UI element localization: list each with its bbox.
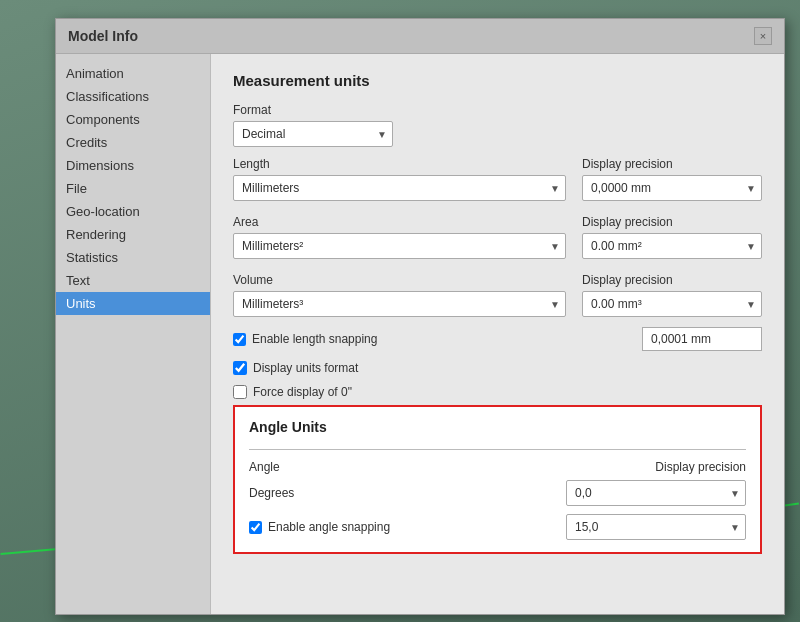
display-units-format-row: Display units format — [233, 361, 762, 375]
length-label: Length — [233, 157, 566, 171]
angle-snapping-select[interactable]: 1,0 5,0 10,0 15,0 30,0 45,0 — [566, 514, 746, 540]
sidebar-item-rendering[interactable]: Rendering — [56, 223, 210, 246]
length-select-wrapper: Millimeters Centimeters Meters Inches Fe… — [233, 175, 566, 201]
volume-select-wrapper: Millimeters³ Centimeters³ Meters³ ▼ — [233, 291, 566, 317]
dialog-titlebar: Model Info × — [56, 19, 784, 54]
angle-snapping-select-wrapper: 1,0 5,0 10,0 15,0 30,0 45,0 ▼ — [566, 514, 746, 540]
sidebar-item-dimensions[interactable]: Dimensions — [56, 154, 210, 177]
area-precision-select-wrapper: 0 mm² 0.0 mm² 0.00 mm² ▼ — [582, 233, 762, 259]
area-select-wrapper: Millimeters² Centimeters² Meters² ▼ — [233, 233, 566, 259]
sidebar-item-classifications[interactable]: Classifications — [56, 85, 210, 108]
format-select-wrapper: Decimal Architectural Engineering Fracti… — [233, 121, 393, 147]
sidebar-item-animation[interactable]: Animation — [56, 62, 210, 85]
volume-select[interactable]: Millimeters³ Centimeters³ Meters³ — [233, 291, 566, 317]
angle-precision-select-wrapper: 0,0 0,00 0,000 0,0000 ▼ — [566, 480, 746, 506]
angle-precision-col-label: Display precision — [655, 460, 746, 474]
area-col: Area Millimeters² Centimeters² Meters² ▼ — [233, 205, 566, 259]
angle-precision-select[interactable]: 0,0 0,00 0,000 0,0000 — [566, 480, 746, 506]
angle-value-text: Degrees — [249, 486, 294, 500]
angle-value-row: Degrees 0,0 0,00 0,000 0,0000 ▼ — [249, 480, 746, 506]
section-title: Measurement units — [233, 72, 762, 89]
length-precision-select[interactable]: 0 mm 0,0 mm 0,00 mm 0,000 mm 0,0000 mm — [582, 175, 762, 201]
angle-snapping-row: Enable angle snapping 1,0 5,0 10,0 15,0 … — [249, 514, 746, 540]
length-snapping-value: 0,0001 mm — [642, 327, 762, 351]
display-units-format-label: Display units format — [253, 361, 358, 375]
length-precision-col: Display precision 0 mm 0,0 mm 0,00 mm 0,… — [582, 147, 762, 201]
angle-section-title: Angle Units — [249, 419, 746, 435]
length-select[interactable]: Millimeters Centimeters Meters Inches Fe… — [233, 175, 566, 201]
sidebar: Animation Classifications Components Cre… — [56, 54, 211, 614]
volume-display-precision-label: Display precision — [582, 273, 762, 287]
sidebar-item-statistics[interactable]: Statistics — [56, 246, 210, 269]
length-col: Length Millimeters Centimeters Meters In… — [233, 147, 566, 201]
format-select[interactable]: Decimal Architectural Engineering Fracti… — [233, 121, 393, 147]
dialog-body: Animation Classifications Components Cre… — [56, 54, 784, 614]
angle-snapping-label: Enable angle snapping — [268, 520, 390, 534]
angle-divider — [249, 449, 746, 450]
area-select[interactable]: Millimeters² Centimeters² Meters² — [233, 233, 566, 259]
length-display-precision-label: Display precision — [582, 157, 762, 171]
angle-units-section: Angle Units Angle Display precision Degr… — [233, 405, 762, 554]
length-snapping-checkbox[interactable] — [233, 333, 246, 346]
sidebar-item-credits[interactable]: Credits — [56, 131, 210, 154]
volume-precision-select-wrapper: 0 mm³ 0.0 mm³ 0.00 mm³ ▼ — [582, 291, 762, 317]
format-label: Format — [233, 103, 762, 117]
sidebar-item-geo-location[interactable]: Geo-location — [56, 200, 210, 223]
area-precision-select[interactable]: 0 mm² 0.0 mm² 0.00 mm² — [582, 233, 762, 259]
angle-snapping-checkbox[interactable] — [249, 521, 262, 534]
volume-label: Volume — [233, 273, 566, 287]
length-snapping-checkbox-left: Enable length snapping — [233, 332, 377, 346]
length-row: Length Millimeters Centimeters Meters In… — [233, 147, 762, 201]
dialog-title: Model Info — [68, 28, 138, 44]
angle-snapping-checkbox-left: Enable angle snapping — [249, 520, 390, 534]
volume-precision-select[interactable]: 0 mm³ 0.0 mm³ 0.00 mm³ — [582, 291, 762, 317]
length-snapping-label: Enable length snapping — [252, 332, 377, 346]
volume-col: Volume Millimeters³ Centimeters³ Meters³… — [233, 263, 566, 317]
volume-row: Volume Millimeters³ Centimeters³ Meters³… — [233, 263, 762, 317]
angle-col-label: Angle — [249, 460, 280, 474]
volume-precision-col: Display precision 0 mm³ 0.0 mm³ 0.00 mm³… — [582, 263, 762, 317]
area-precision-col: Display precision 0 mm² 0.0 mm² 0.00 mm²… — [582, 205, 762, 259]
main-content: Measurement units Format Decimal Archite… — [211, 54, 784, 614]
force-display-row: Force display of 0" — [233, 385, 762, 399]
length-precision-select-wrapper: 0 mm 0,0 mm 0,00 mm 0,000 mm 0,0000 mm ▼ — [582, 175, 762, 201]
display-units-format-checkbox[interactable] — [233, 361, 247, 375]
sidebar-item-file[interactable]: File — [56, 177, 210, 200]
angle-header-row: Angle Display precision — [249, 460, 746, 474]
sidebar-item-components[interactable]: Components — [56, 108, 210, 131]
force-display-checkbox[interactable] — [233, 385, 247, 399]
close-button[interactable]: × — [754, 27, 772, 45]
area-label: Area — [233, 215, 566, 229]
sidebar-item-units[interactable]: Units — [56, 292, 210, 315]
force-display-label: Force display of 0" — [253, 385, 352, 399]
area-display-precision-label: Display precision — [582, 215, 762, 229]
model-info-dialog: Model Info × Animation Classifications C… — [55, 18, 785, 615]
length-snapping-row: Enable length snapping 0,0001 mm — [233, 327, 762, 351]
sidebar-item-text[interactable]: Text — [56, 269, 210, 292]
area-row: Area Millimeters² Centimeters² Meters² ▼… — [233, 205, 762, 259]
